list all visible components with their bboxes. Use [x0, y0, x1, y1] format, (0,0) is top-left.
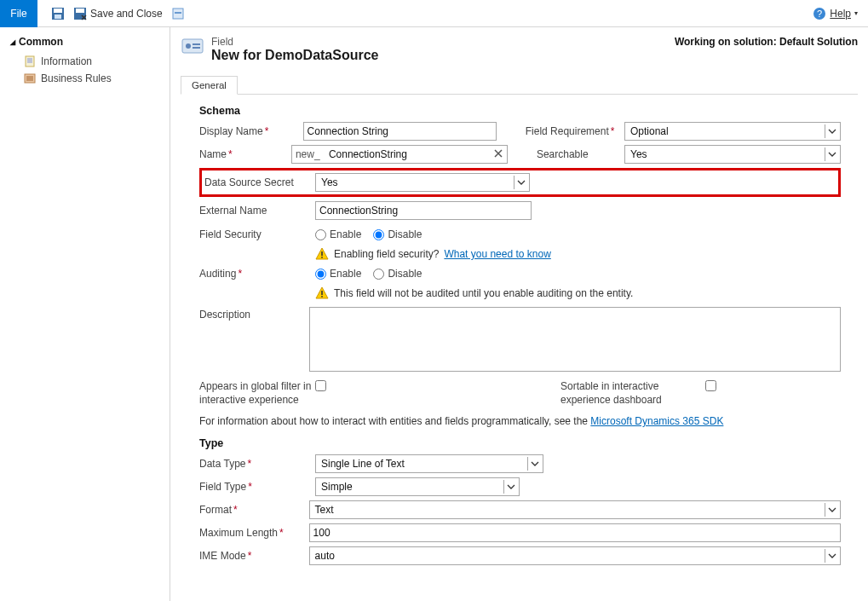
- ime-mode-value: auto: [315, 550, 335, 562]
- field-type-value: Simple: [321, 481, 353, 493]
- external-name-label: External Name: [199, 205, 267, 217]
- tab-general[interactable]: General: [181, 76, 238, 95]
- field-security-link[interactable]: What you need to know: [444, 248, 550, 260]
- sortable-label: Sortable in interactive experience dashb…: [560, 380, 705, 407]
- field-security-enable-label: Enable: [330, 228, 361, 240]
- entity-type-label: Field: [211, 36, 379, 48]
- sdk-link[interactable]: Microsoft Dynamics 365 SDK: [590, 415, 723, 427]
- save-and-close-button[interactable]: Save and Close: [73, 7, 163, 20]
- svg-rect-19: [193, 43, 200, 45]
- description-textarea[interactable]: [309, 307, 841, 372]
- save-close-icon: [73, 7, 87, 20]
- sidebar-common-header[interactable]: Common: [10, 36, 170, 48]
- max-length-label: Maximum Length: [199, 527, 278, 539]
- field-security-label: Field Security: [199, 228, 262, 240]
- svg-rect-23: [321, 291, 323, 295]
- rules-icon: [24, 72, 36, 84]
- help-label: Help: [830, 8, 851, 20]
- data-source-secret-value: Yes: [321, 176, 338, 188]
- field-requirement-select[interactable]: Optional: [624, 122, 841, 141]
- svg-rect-4: [76, 9, 84, 13]
- chevron-down-icon: [825, 549, 838, 563]
- ime-mode-select[interactable]: auto: [309, 546, 841, 565]
- required-marker: *: [265, 125, 269, 137]
- field-type-select[interactable]: Simple: [315, 477, 520, 496]
- field-security-disable-label: Disable: [388, 228, 422, 240]
- section-schema-title: Schema: [199, 105, 841, 117]
- info-text-prefix: For information about how to interact wi…: [199, 415, 590, 427]
- svg-rect-17: [182, 39, 203, 53]
- data-type-select[interactable]: Single Line of Text: [315, 454, 543, 473]
- chevron-down-icon: [825, 503, 838, 517]
- name-prefix-label: new_: [291, 145, 325, 164]
- field-header-icon: [181, 36, 204, 56]
- svg-point-18: [186, 43, 191, 49]
- clear-icon[interactable]: [492, 147, 504, 159]
- chevron-down-icon: ▾: [854, 9, 858, 17]
- required-marker: *: [248, 481, 252, 493]
- searchable-value: Yes: [630, 148, 647, 160]
- warning-icon: [315, 286, 329, 300]
- format-select[interactable]: Text: [309, 500, 841, 519]
- required-marker: *: [248, 550, 252, 562]
- save-and-close-label: Save and Close: [90, 8, 163, 20]
- save-icon[interactable]: [51, 7, 65, 20]
- sidebar-item-information[interactable]: Information: [10, 53, 170, 70]
- file-menu-label: File: [10, 8, 26, 20]
- searchable-select[interactable]: Yes: [624, 145, 841, 164]
- name-input[interactable]: [325, 145, 508, 164]
- sidebar-item-business-rules[interactable]: Business Rules: [10, 70, 170, 87]
- required-marker: *: [228, 148, 233, 160]
- auditing-warning-text: This field will not be audited until you…: [334, 287, 633, 299]
- svg-rect-6: [175, 12, 181, 14]
- field-security-enable-radio[interactable]: Enable: [315, 228, 361, 240]
- required-marker: *: [611, 125, 615, 137]
- required-marker: *: [279, 527, 284, 539]
- auditing-enable-label: Enable: [330, 268, 361, 280]
- help-button[interactable]: ? Help ▾: [813, 7, 858, 20]
- auditing-enable-radio[interactable]: Enable: [315, 268, 361, 280]
- chevron-down-icon: [825, 147, 838, 161]
- svg-rect-2: [55, 14, 61, 19]
- svg-rect-24: [321, 296, 323, 298]
- sortable-checkbox[interactable]: [705, 380, 716, 391]
- chevron-down-icon: [527, 457, 541, 471]
- max-length-input[interactable]: [309, 523, 841, 542]
- toolbar-extra-icon[interactable]: [171, 7, 185, 20]
- required-marker: *: [238, 268, 242, 280]
- tab-general-label: General: [192, 80, 227, 90]
- data-source-secret-select[interactable]: Yes: [315, 173, 530, 192]
- searchable-label: Searchable: [537, 148, 589, 160]
- global-filter-checkbox[interactable]: [315, 380, 326, 391]
- page-title: New for DemoDataSource: [211, 48, 379, 63]
- chevron-down-icon: [503, 480, 517, 494]
- sidebar-item-label: Business Rules: [41, 72, 112, 84]
- field-requirement-value: Optional: [630, 125, 669, 137]
- required-marker: *: [233, 504, 238, 516]
- section-type-title: Type: [199, 437, 841, 449]
- format-value: Text: [315, 504, 334, 516]
- field-requirement-label: Field Requirement: [526, 125, 609, 137]
- format-label: Format: [199, 504, 232, 516]
- required-marker: *: [247, 458, 251, 470]
- svg-text:?: ?: [817, 9, 822, 19]
- external-name-input[interactable]: [315, 201, 532, 220]
- field-type-label: Field Type: [199, 481, 246, 493]
- name-label: Name: [199, 148, 227, 160]
- data-type-label: Data Type: [199, 458, 245, 470]
- chevron-down-icon: [825, 124, 838, 138]
- warning-icon: [315, 247, 329, 261]
- display-name-label: Display Name: [199, 125, 263, 137]
- auditing-label: Auditing: [199, 268, 236, 280]
- svg-rect-21: [321, 251, 323, 256]
- file-menu-button[interactable]: File: [0, 0, 37, 27]
- auditing-disable-label: Disable: [388, 268, 422, 280]
- data-type-value: Single Line of Text: [321, 458, 405, 470]
- data-source-secret-highlight: Data Source Secret Yes: [199, 168, 841, 197]
- field-security-disable-radio[interactable]: Disable: [373, 228, 422, 240]
- help-icon: ?: [813, 7, 826, 20]
- auditing-disable-radio[interactable]: Disable: [373, 268, 422, 280]
- display-name-input[interactable]: [303, 122, 497, 141]
- field-security-warning-text: Enabling field security?: [334, 248, 439, 260]
- sidebar-item-label: Information: [41, 55, 92, 67]
